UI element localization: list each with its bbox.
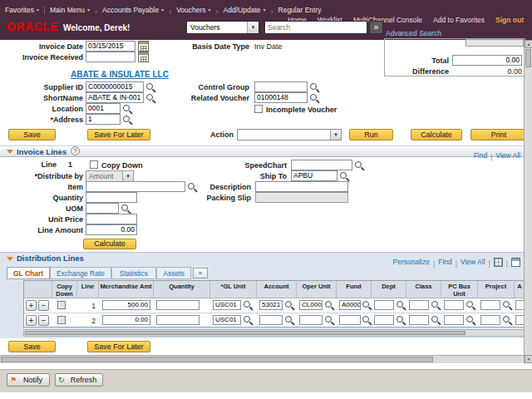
vertical-scrollbar-thumb[interactable] <box>525 49 531 67</box>
gl-unit-lookup-icon[interactable] <box>243 300 253 310</box>
line-amount-input[interactable]: 0.00 <box>86 224 137 235</box>
total-input[interactable]: 0.00 <box>452 55 522 66</box>
incomplete-voucher-checkbox[interactable] <box>254 105 263 113</box>
breadcrumb-add-update[interactable]: Add/Update <box>224 6 266 14</box>
invoice-lines-find-link[interactable]: Find <box>474 151 488 160</box>
uom-input[interactable] <box>86 203 119 214</box>
copy-down-checkbox[interactable] <box>90 160 98 169</box>
add-row-button[interactable] <box>26 315 37 326</box>
distribution-view-all-link[interactable]: View All <box>461 258 485 266</box>
row-quantity-input[interactable] <box>156 315 200 325</box>
account-lookup-icon[interactable] <box>284 300 294 310</box>
control-group-input[interactable] <box>254 81 308 92</box>
uom-lookup-icon[interactable] <box>121 204 131 214</box>
distribute-by-select[interactable]: Amount <box>86 170 134 182</box>
delete-row-button[interactable] <box>38 300 49 311</box>
merchandise-amt-input[interactable]: 500.00 <box>102 300 150 310</box>
save-button[interactable]: Save <box>8 129 56 140</box>
add-row-button[interactable] <box>26 300 37 311</box>
download-grid-icon[interactable] <box>494 258 503 267</box>
page-scrollbar-thumb[interactable] <box>1 357 433 362</box>
row-copy-down-checkbox[interactable] <box>57 301 66 309</box>
supplier-id-lookup-icon[interactable] <box>145 82 155 92</box>
fund-lookup-icon[interactable] <box>362 300 372 310</box>
account-lookup-icon[interactable] <box>284 315 294 325</box>
grid-horizontal-scrollbar[interactable] <box>23 329 525 337</box>
shortname-input[interactable]: ABATE & IN-001 <box>86 92 144 103</box>
gl-unit-input[interactable]: USC01 <box>213 315 241 325</box>
ship-to-input[interactable]: APBU <box>291 170 337 181</box>
item-input[interactable] <box>86 181 185 192</box>
fund-lookup-icon[interactable] <box>362 315 372 325</box>
dept-lookup-icon[interactable] <box>396 315 406 325</box>
row-quantity-input[interactable] <box>156 300 200 310</box>
address-lookup-icon[interactable] <box>122 115 132 125</box>
project-lookup-icon[interactable] <box>502 300 512 310</box>
pc-bus-unit-lookup-icon[interactable] <box>466 300 475 310</box>
class-input[interactable] <box>409 300 429 310</box>
related-voucher-lookup-icon[interactable] <box>309 93 319 103</box>
class-lookup-icon[interactable] <box>431 300 441 310</box>
main-menu[interactable]: Main Menu <box>50 6 90 14</box>
scroll-up-icon[interactable]: ▲ <box>525 40 532 48</box>
search-input[interactable] <box>264 21 367 34</box>
notify-button[interactable]: ⚑ Notify <box>7 373 50 387</box>
refresh-button[interactable]: ↻ Refresh <box>55 373 103 387</box>
save-for-later-button-bottom[interactable]: Save For Later <box>87 341 150 352</box>
invoice-date-calendar-icon[interactable] <box>138 41 149 52</box>
search-go-button[interactable]: » <box>369 21 383 34</box>
grid-scrollbar-thumb[interactable] <box>25 331 466 335</box>
account-input[interactable]: 53021 <box>259 300 283 310</box>
control-group-lookup-icon[interactable] <box>309 82 319 92</box>
action-select[interactable] <box>237 129 342 140</box>
gl-unit-input[interactable]: USC01 <box>213 300 241 310</box>
merchandise-amt-input[interactable]: 0.00 <box>102 315 150 325</box>
invoice-received-input[interactable] <box>86 52 135 62</box>
page-horizontal-scrollbar[interactable] <box>0 355 524 363</box>
breadcrumb-vouchers[interactable]: Vouchers <box>176 6 210 14</box>
supplier-id-input[interactable]: C0000000015 <box>86 81 144 92</box>
fund-input[interactable]: A0000 <box>339 300 361 310</box>
distribution-find-link[interactable]: Find <box>438 258 452 266</box>
favorites-menu[interactable]: Favorites <box>5 6 39 14</box>
dept-input[interactable] <box>374 300 394 310</box>
breadcrumb-accounts-payable[interactable]: Accounts Payable <box>102 6 164 14</box>
oper-unit-lookup-icon[interactable] <box>324 300 334 310</box>
search-scope-select[interactable]: Vouchers <box>186 21 259 34</box>
ship-to-lookup-icon[interactable] <box>339 171 349 181</box>
oper-unit-input[interactable]: CL000 <box>299 300 323 310</box>
pc-bus-unit-input[interactable] <box>444 315 464 325</box>
scroll-down-icon[interactable]: ▼ <box>525 355 532 363</box>
project-input[interactable] <box>480 315 500 325</box>
zoom-grid-icon[interactable] <box>511 258 520 267</box>
project-input[interactable] <box>480 300 500 310</box>
vertical-scrollbar[interactable]: ▲ ▼ <box>524 40 532 363</box>
project-lookup-icon[interactable] <box>502 315 512 325</box>
speedchart-input[interactable] <box>291 160 352 170</box>
account-input[interactable] <box>259 315 283 325</box>
class-lookup-icon[interactable] <box>431 315 441 325</box>
class-input[interactable] <box>409 315 429 325</box>
breadcrumb-regular-entry[interactable]: Regular Entry <box>278 6 322 14</box>
invoice-lines-view-all-link[interactable]: View All <box>495 151 520 160</box>
dept-lookup-icon[interactable] <box>396 300 406 310</box>
calculate-button[interactable]: Calculate <box>411 129 462 140</box>
speedchart-lookup-icon[interactable] <box>354 160 364 170</box>
supplier-name-link[interactable]: ABATE & INSULATE LLC <box>71 70 169 79</box>
add-to-favorites-link[interactable]: Add to Favorites <box>433 16 485 24</box>
delete-row-button[interactable] <box>38 315 49 326</box>
collapse-distribution-icon[interactable] <box>7 257 13 261</box>
invoice-received-calendar-icon[interactable] <box>138 52 149 62</box>
shortname-lookup-icon[interactable] <box>145 93 155 103</box>
pc-bus-unit-lookup-icon[interactable] <box>466 315 475 325</box>
invoice-date-input[interactable]: 03/15/2015 <box>86 41 135 52</box>
unit-price-input[interactable] <box>86 214 137 224</box>
gl-unit-lookup-icon[interactable] <box>243 315 253 325</box>
related-voucher-input[interactable]: 01000148 <box>254 92 308 103</box>
address-input[interactable]: 1 <box>86 114 121 125</box>
oper-unit-lookup-icon[interactable] <box>324 315 334 325</box>
sign-out-link[interactable]: Sign out <box>495 16 524 24</box>
save-for-later-button[interactable]: Save For Later <box>87 129 150 140</box>
location-input[interactable]: 0001 <box>86 103 121 114</box>
run-button[interactable]: Run <box>349 129 393 140</box>
